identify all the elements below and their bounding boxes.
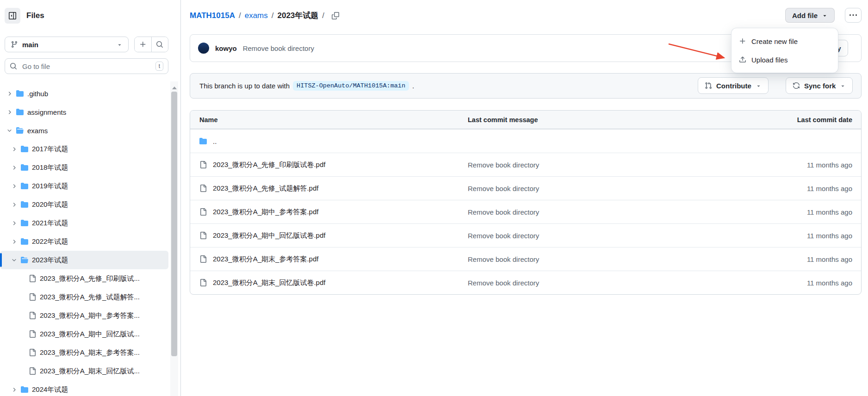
file-name-link[interactable]: 2023_微积分A_期中_参考答案.pdf	[213, 208, 318, 217]
folder-icon	[21, 219, 28, 227]
file-tree: .github assignments exams 2017年试题 2018年试…	[0, 84, 168, 396]
tree-item-label: exams	[27, 127, 48, 135]
table-row[interactable]: 2023_微积分A_期末_回忆版试卷.pdf Remove book direc…	[190, 271, 861, 294]
tree-item-2021[interactable]: 2021年试题	[0, 214, 168, 232]
file-icon	[29, 367, 36, 375]
tree-item-2022[interactable]: 2022年试题	[0, 232, 168, 251]
table-header: Name Last commit message Last commit dat…	[190, 111, 861, 129]
table-row[interactable]: 2023_微积分A_期中_参考答案.pdf Remove book direct…	[190, 200, 861, 223]
menu-item-upload-files[interactable]: Upload files	[732, 50, 838, 69]
table-row[interactable]: 2023_微积分A_期末_参考答案.pdf Remove book direct…	[190, 247, 861, 271]
shortcut-key-badge: t	[155, 62, 163, 71]
tree-item-label: assignments	[27, 108, 66, 116]
kebab-icon	[849, 12, 857, 19]
tree-item-file[interactable]: 2023_微积分A_期末_参考答案...	[0, 343, 168, 362]
commit-message-link[interactable]: Remove book directory	[468, 232, 539, 240]
scrollbar-up-arrow[interactable]	[172, 87, 177, 89]
table-row[interactable]: 2023_微积分A_先修_印刷版试卷.pdf Remove book direc…	[190, 153, 861, 176]
collapse-sidebar-button[interactable]	[5, 8, 20, 24]
tree-item-file[interactable]: 2023_微积分A_期中_回忆版试...	[0, 325, 168, 343]
commit-author-link[interactable]: kowyo	[215, 44, 237, 52]
commit-message-link[interactable]: Remove book directory	[468, 208, 539, 216]
commit-message-link[interactable]: Remove book directory	[468, 279, 539, 287]
tree-item-label: 2023_微积分A_期中_参考答案...	[40, 311, 140, 320]
sync-fork-button[interactable]: Sync fork	[786, 77, 853, 94]
parent-dir-link[interactable]: ..	[213, 137, 217, 145]
tree-item-assignments[interactable]: assignments	[0, 103, 168, 121]
search-icon	[156, 41, 163, 48]
commit-date: 11 months ago	[807, 208, 852, 216]
chevron-down-icon	[11, 257, 17, 263]
file-name-link[interactable]: 2023_微积分A_期末_回忆版试卷.pdf	[213, 278, 325, 287]
go-to-file-input[interactable]	[21, 62, 151, 71]
tree-item-2024[interactable]: 2024年试题	[0, 380, 168, 396]
go-to-file-box: t	[5, 58, 168, 74]
breadcrumb-current: 2023年试题	[277, 10, 318, 21]
commit-message-link[interactable]: Remove book directory	[468, 161, 539, 169]
file-icon	[29, 349, 36, 356]
file-icon	[199, 161, 207, 168]
copy-path-button[interactable]	[331, 11, 340, 20]
file-name-link[interactable]: 2023_微积分A_先修_印刷版试卷.pdf	[213, 161, 325, 169]
contribute-button[interactable]: Contribute	[698, 77, 769, 94]
tree-item-2018[interactable]: 2018年试题	[0, 158, 168, 177]
chevron-right-icon	[6, 91, 12, 97]
plus-icon	[739, 37, 746, 45]
pull-request-icon	[705, 82, 712, 89]
add-file-dropdown-menu: Create new file Upload files	[731, 28, 838, 73]
tree-item-2020[interactable]: 2020年试题	[0, 195, 168, 214]
sidebar-scrollbar-thumb[interactable]	[171, 92, 177, 356]
branch-selector[interactable]: main	[5, 37, 129, 52]
tree-item-label: 2020年试题	[32, 200, 68, 209]
tree-item-file[interactable]: 2023_微积分A_先修_印刷版试...	[0, 269, 168, 288]
chevron-down-icon	[6, 128, 12, 134]
commit-message-link[interactable]: Remove book directory	[468, 255, 539, 263]
folder-icon	[21, 182, 28, 190]
column-header-message: Last commit message	[468, 116, 745, 124]
table-row-parent-dir[interactable]: ..	[190, 129, 861, 153]
folder-icon	[199, 137, 207, 145]
tree-item-label: 2023_微积分A_期中_回忆版试...	[40, 330, 140, 339]
tree-item-label: 2023_微积分A_先修_试题解答...	[40, 293, 140, 302]
file-name-link[interactable]: 2023_微积分A_先修_试题解答.pdf	[213, 184, 318, 193]
tree-item-2019[interactable]: 2019年试题	[0, 177, 168, 195]
commit-date: 11 months ago	[807, 255, 852, 263]
tree-item-2017[interactable]: 2017年试题	[0, 140, 168, 158]
new-file-button[interactable]	[135, 37, 151, 52]
tree-item-file[interactable]: 2023_微积分A_期中_参考答案...	[0, 306, 168, 325]
folder-icon	[16, 108, 24, 116]
file-name-link[interactable]: 2023_微积分A_期中_回忆版试卷.pdf	[213, 231, 325, 240]
folder-open-icon	[16, 127, 24, 134]
breadcrumb-folder-link[interactable]: exams	[245, 11, 268, 20]
tree-item-label: 2018年试题	[32, 163, 68, 172]
copy-icon	[332, 12, 339, 19]
avatar[interactable]	[198, 43, 209, 54]
folder-open-icon	[21, 256, 28, 264]
commit-message-link[interactable]: Remove book directory	[468, 185, 539, 192]
tree-item-github[interactable]: .github	[0, 84, 168, 103]
tree-item-file[interactable]: 2023_微积分A_期末_回忆版试...	[0, 362, 168, 380]
menu-item-create-new-file[interactable]: Create new file	[732, 32, 838, 50]
more-options-button[interactable]	[845, 8, 862, 23]
plus-icon	[139, 41, 147, 48]
tree-item-label: 2023年试题	[32, 256, 68, 265]
search-tree-button[interactable]	[151, 37, 168, 52]
breadcrumb-repo-link[interactable]: MATH1015A	[190, 11, 235, 20]
commit-message-link[interactable]: Remove book directory	[243, 44, 314, 52]
add-file-button[interactable]: Add file	[785, 8, 835, 23]
file-name-link[interactable]: 2023_微积分A_期末_参考答案.pdf	[213, 255, 318, 264]
chevron-right-icon	[11, 165, 17, 171]
tree-item-2023-selected[interactable]: 2023年试题	[0, 251, 168, 269]
breadcrumb-separator: /	[272, 11, 274, 20]
file-icon	[29, 312, 36, 319]
files-header: Files	[5, 8, 44, 24]
folder-icon	[21, 201, 28, 208]
tree-item-exams[interactable]: exams	[0, 121, 168, 140]
breadcrumb-separator: /	[239, 11, 241, 20]
sync-icon	[793, 82, 800, 89]
folder-icon	[21, 386, 28, 393]
tree-item-label: .github	[27, 90, 48, 98]
table-row[interactable]: 2023_微积分A_先修_试题解答.pdf Remove book direct…	[190, 176, 861, 200]
table-row[interactable]: 2023_微积分A_期中_回忆版试卷.pdf Remove book direc…	[190, 223, 861, 247]
tree-item-file[interactable]: 2023_微积分A_先修_试题解答...	[0, 288, 168, 306]
